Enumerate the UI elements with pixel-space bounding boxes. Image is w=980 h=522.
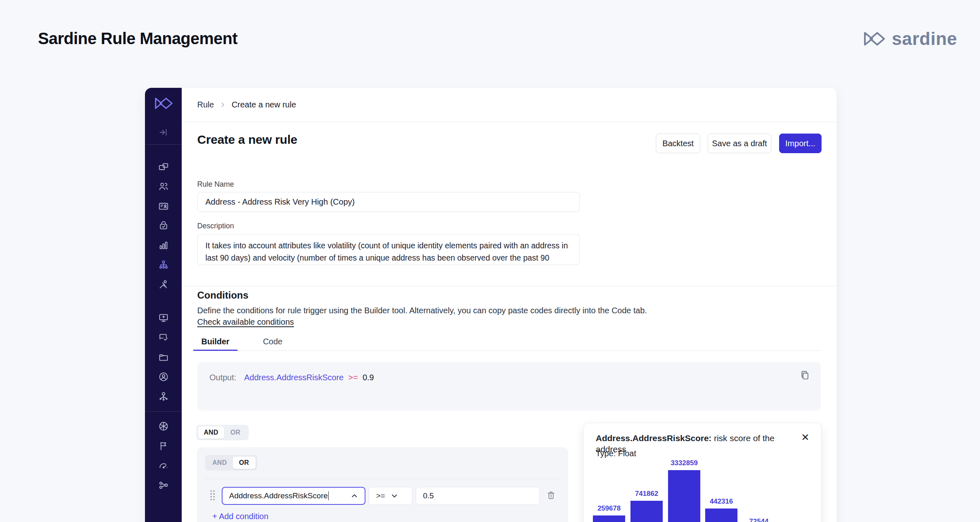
attribute-info-card: 259678741862333285944231672544 Address.A… bbox=[583, 423, 822, 522]
sidebar-logo[interactable] bbox=[145, 95, 182, 112]
main-card: Rule Create a new rule Create a new rule… bbox=[145, 88, 837, 522]
condition-field-input[interactable]: Adddress.AddressRiskScore bbox=[222, 487, 365, 505]
content-area: Rule Create a new rule Create a new rule… bbox=[182, 88, 837, 522]
sidebar-item-bar-chart[interactable] bbox=[145, 240, 182, 251]
chart-bar-label: 72544 bbox=[731, 518, 788, 522]
condition-group-panel: AND OR Adddress.AddressRiskScore >= + Ad… bbox=[197, 447, 568, 522]
page-heading: Create a new rule bbox=[197, 133, 297, 147]
text-caret bbox=[328, 491, 329, 500]
sidebar-item-share-nodes[interactable] bbox=[145, 480, 182, 491]
chart-bar-label: 3332859 bbox=[656, 459, 713, 467]
chart-bar bbox=[668, 470, 700, 522]
condition-field-text: Adddress.AddressRiskScore bbox=[229, 491, 328, 500]
output-expression: Address.AddressRiskScore >= 0.9 bbox=[244, 373, 374, 382]
drag-handle[interactable] bbox=[210, 490, 216, 502]
outer-or-option[interactable]: OR bbox=[224, 426, 247, 439]
sidebar-item-network-nodes[interactable] bbox=[145, 391, 182, 402]
output-box: Output: Address.AddressRiskScore >= 0.9 bbox=[197, 362, 821, 410]
outer-and-option[interactable]: AND bbox=[198, 426, 224, 439]
sidebar-item-folder[interactable] bbox=[145, 352, 182, 363]
chart-bar bbox=[593, 515, 625, 522]
check-available-conditions-link[interactable]: Check available conditions bbox=[197, 317, 294, 327]
sidebar-divider bbox=[145, 144, 182, 145]
divider bbox=[182, 286, 837, 286]
sidebar-item-rules-tree[interactable] bbox=[145, 259, 182, 270]
sidebar-item-flag[interactable] bbox=[145, 440, 182, 451]
chevron-up-icon bbox=[351, 492, 358, 500]
sidebar-item-secure-check[interactable] bbox=[145, 220, 182, 231]
import-button[interactable]: Import... bbox=[779, 134, 822, 153]
description-textarea[interactable]: It takes into account attributes like vo… bbox=[197, 234, 580, 265]
brand-word: sardine bbox=[892, 29, 957, 49]
sidebar-item-monitor-plus[interactable] bbox=[145, 312, 182, 323]
add-condition-button[interactable]: + Add condition bbox=[212, 512, 268, 521]
breadcrumb-current: Create a new rule bbox=[232, 100, 296, 109]
condition-value-input[interactable] bbox=[416, 487, 540, 505]
sidebar-item-customers[interactable] bbox=[145, 181, 182, 192]
conditions-title: Conditions bbox=[197, 290, 248, 301]
info-title-attribute: Address.AddressRiskScore: bbox=[596, 433, 712, 443]
sidebar-item-wheel[interactable] bbox=[145, 421, 182, 432]
output-operator: >= bbox=[346, 373, 360, 382]
condition-operator-select[interactable]: >= bbox=[369, 487, 412, 505]
conditions-description: Define the conditions for rule trigger u… bbox=[197, 306, 647, 315]
sidebar-item-user-circle[interactable] bbox=[145, 371, 182, 382]
outer-and-or-toggle: AND OR bbox=[196, 425, 249, 440]
sidebar-divider bbox=[145, 411, 182, 412]
breadcrumb-rule[interactable]: Rule bbox=[197, 100, 214, 109]
group-and-option[interactable]: AND bbox=[207, 457, 233, 469]
chart-bar bbox=[630, 501, 663, 522]
chart-bar-label: 259678 bbox=[584, 504, 638, 513]
backtest-button[interactable]: Backtest bbox=[656, 134, 700, 153]
tab-code[interactable]: Code bbox=[259, 336, 287, 350]
sidebar-item-gauge[interactable] bbox=[145, 460, 182, 471]
builder-code-tabs: Builder Code bbox=[197, 336, 821, 351]
chevron-down-icon bbox=[391, 492, 398, 500]
info-card-type: Type: Float bbox=[596, 449, 636, 458]
page-title: Sardine Rule Management bbox=[38, 29, 238, 48]
chart-bar-label: 741862 bbox=[618, 490, 675, 498]
description-label: Description bbox=[197, 222, 234, 230]
trash-icon[interactable] bbox=[546, 490, 557, 502]
collapse-sidebar-icon[interactable] bbox=[145, 127, 182, 137]
sardine-fish-icon bbox=[862, 30, 886, 48]
sidebar-item-person-flag[interactable] bbox=[145, 279, 182, 290]
sidebar-item-chat-check[interactable] bbox=[145, 332, 182, 343]
output-value: 0.9 bbox=[363, 373, 374, 382]
breadcrumb-chevron-icon bbox=[220, 102, 226, 108]
output-field: Address.AddressRiskScore bbox=[244, 373, 343, 382]
copy-icon[interactable] bbox=[800, 370, 812, 382]
close-icon[interactable]: ✕ bbox=[799, 431, 811, 444]
group-or-option[interactable]: OR bbox=[233, 457, 256, 469]
save-draft-button[interactable]: Save as a draft bbox=[708, 134, 771, 153]
rule-name-label: Rule Name bbox=[197, 180, 234, 189]
group-and-or-toggle: AND OR bbox=[205, 455, 257, 471]
breadcrumb: Rule Create a new rule bbox=[182, 88, 837, 122]
sidebar-item-workspace[interactable] bbox=[145, 161, 182, 172]
divider bbox=[205, 479, 559, 479]
operator-text: >= bbox=[376, 491, 385, 500]
chart-bar-label: 442316 bbox=[693, 497, 750, 506]
rule-name-input[interactable] bbox=[197, 192, 580, 212]
brand-logo: sardine bbox=[862, 29, 957, 49]
tab-builder[interactable]: Builder bbox=[197, 336, 234, 350]
sidebar bbox=[145, 88, 182, 522]
sidebar-item-id-card[interactable] bbox=[145, 201, 182, 212]
output-label: Output: bbox=[209, 373, 236, 382]
